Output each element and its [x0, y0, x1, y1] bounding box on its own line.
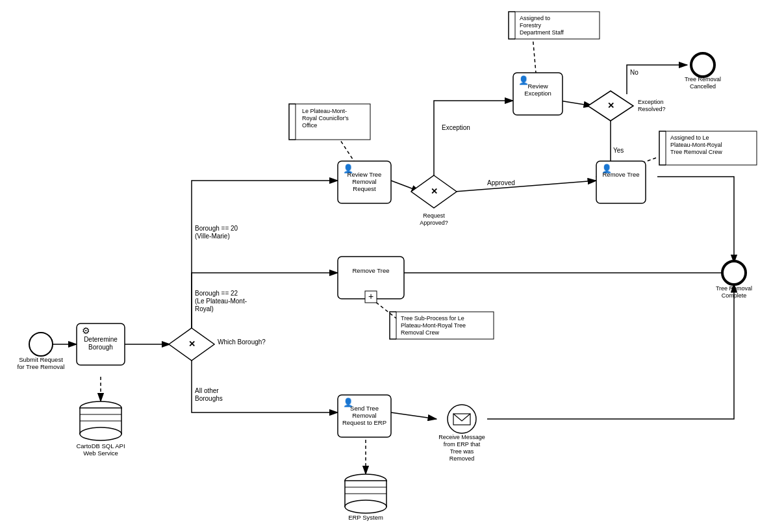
borough-22-label: Borough == 22: [195, 290, 238, 297]
plus-icon: +: [368, 291, 373, 301]
send-erp-label3: Request to ERP: [342, 419, 386, 426]
remove-tree-plateau-label: Remove Tree: [352, 267, 389, 274]
councillor-bracket: [289, 104, 296, 140]
review-tree-label: Review Tree: [348, 171, 382, 178]
crew-bracket: [659, 131, 666, 165]
subprocess-label-text: Tree Sub-Process for Le: [401, 315, 464, 322]
flow-remove-to-complete: [657, 177, 734, 263]
crew-label: Assigned to Le: [670, 134, 709, 141]
determine-borough-label2: Borough: [88, 344, 113, 351]
exception-resolved-label: Exception: [638, 99, 664, 105]
cancelled-end-event: [691, 53, 714, 77]
cancelled-end-label: Tree Removal: [685, 76, 721, 82]
remove-tree-vm-label: Remove Tree: [602, 171, 639, 178]
send-erp-label: Send Tree: [350, 405, 379, 412]
cartodb-label: CartoDB SQL API: [76, 442, 125, 450]
complete-end-event: [722, 261, 746, 285]
subprocess-label-text3: Removal Crew: [401, 329, 440, 336]
send-erp-label2: Removal: [352, 412, 377, 419]
all-other-label2: Boroughs: [195, 395, 223, 402]
cartodb-bottom: [80, 427, 121, 440]
gateway-x2: ✕: [431, 186, 438, 196]
councillor-label3: Office: [302, 122, 317, 129]
flow-councillor-dashed: [338, 136, 354, 161]
start-event-label2: for Tree Removal: [18, 363, 65, 370]
forestry-bracket: [509, 12, 515, 39]
receive-msg-label: Receive Message: [438, 434, 485, 440]
crew-label2: Plateau-Mont-Royal: [670, 142, 722, 148]
complete-end-label: Tree Removal: [716, 285, 752, 292]
receive-msg-label4: Removed: [449, 455, 475, 462]
councillor-label2: Royal Counicllor's: [302, 115, 349, 121]
flow-receive-to-complete: [487, 284, 734, 419]
gateway-x1: ✕: [188, 339, 196, 349]
flow-erp-to-receive: [391, 412, 436, 419]
flow-exception-path: [434, 101, 513, 175]
exception-resolved-label2: Resolved?: [638, 106, 666, 112]
borough-22-label2: (Le Plateau-Mont-: [195, 298, 247, 305]
approved-label: Approved: [487, 179, 515, 186]
gateway-x3: ✕: [607, 101, 614, 110]
forestry-label3: Department Staff: [520, 29, 564, 36]
cancelled-end-label2: Cancelled: [690, 83, 716, 90]
cartodb-label2: Web Service: [83, 450, 118, 457]
borough-20-label: Borough == 20: [195, 225, 238, 232]
councillor-label: Le Plateau-Mont-: [302, 108, 347, 114]
request-approved-label: Request: [423, 212, 445, 219]
forestry-label2: Forestry: [520, 22, 542, 29]
bpmn-diagram: Borough == 20 (Ville-Marie) Borough == 2…: [0, 0, 784, 532]
gear-icon: ⚙: [82, 325, 90, 336]
receive-msg-label3: Tree was: [450, 448, 474, 455]
exception-label: Exception: [442, 124, 470, 131]
start-event-label: Submit Request: [19, 356, 63, 363]
diagram-container: Borough == 20 (Ville-Marie) Borough == 2…: [0, 0, 784, 532]
determine-borough-label: Deteremine: [84, 336, 118, 343]
forestry-label: Assigned to: [520, 15, 550, 21]
review-tree-label2: Removal: [352, 178, 377, 185]
subprocess-bracket: [390, 312, 396, 339]
no-label: No: [630, 69, 639, 76]
review-exception-label: Review: [527, 82, 548, 90]
receive-msg-label2: from ERP that: [444, 441, 481, 448]
subprocess-label-text2: Plateau-Mont-Royal Tree: [401, 322, 466, 329]
flow-gateway-to-erp: [192, 357, 338, 412]
which-borough-label: Which Borough?: [218, 338, 266, 346]
start-event: [29, 333, 53, 356]
complete-end-label2: Complete: [722, 292, 747, 299]
flow-forestry-dashed: [533, 36, 536, 73]
erp-label: ERP System: [348, 514, 383, 521]
flow-review-exception-to-gw: [560, 101, 592, 106]
review-exception-label2: Exception: [524, 90, 551, 97]
all-other-label: All other: [195, 387, 219, 394]
yes-label: Yes: [613, 147, 624, 154]
erp-bottom: [345, 500, 386, 513]
crew-label3: Tree Removal Crew: [670, 149, 722, 155]
review-tree-label3: Request: [353, 185, 376, 192]
request-approved-label2: Approved?: [420, 220, 448, 226]
borough-22-label3: Royal): [195, 305, 214, 312]
flow-approved-to-remove: [455, 181, 596, 192]
borough-20-label2: (Ville-Marie): [195, 233, 230, 240]
